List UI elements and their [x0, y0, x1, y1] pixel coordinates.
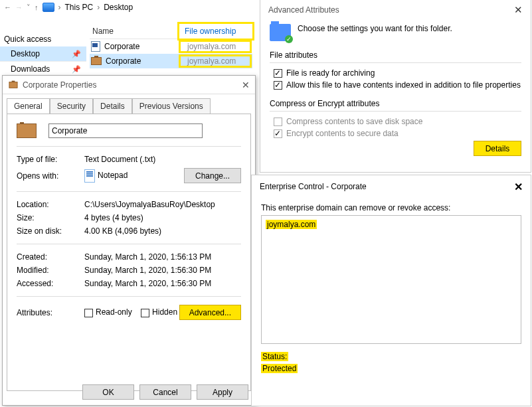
type-value: Text Document (.txt) — [84, 155, 241, 164]
sidebar-item-desktop[interactable]: Desktop 📌 — [0, 46, 86, 61]
indexing-label: Allow this file to have contents indexed… — [286, 80, 521, 90]
file-name: Corporate — [104, 42, 139, 51]
readonly-checkbox[interactable] — [84, 309, 93, 317]
ok-button[interactable]: OK — [82, 384, 134, 400]
notepad-icon — [84, 169, 95, 183]
created-label: Created: — [17, 252, 84, 262]
enterprise-message: This enterprise domain can remove or rev… — [261, 203, 521, 212]
word-document-icon — [91, 41, 100, 52]
file-attributes-group: File attributes — [270, 50, 521, 60]
file-list: Name File ownership Corporate joymalya.c… — [90, 24, 252, 68]
close-icon[interactable]: ✕ — [514, 4, 523, 16]
dialog-title: Advanced Attributes — [268, 5, 339, 15]
file-name: Corporate — [106, 56, 141, 66]
size-on-disk-label: Size on disk: — [17, 226, 84, 236]
compress-label: Compress contents to save disk space — [286, 117, 422, 126]
size-label: Size: — [17, 213, 84, 222]
enterprise-domain: joymalya.com — [266, 220, 317, 229]
file-row[interactable]: Corporate joymalya.com — [90, 39, 252, 54]
properties-titlebar[interactable]: Corporate Properties ✕ — [3, 76, 255, 94]
status-label: Status: — [261, 352, 288, 361]
sidebar-item-label: Desktop — [11, 49, 40, 58]
dialog-title: Enterprise Control - Corporate — [260, 182, 367, 191]
attributes-label: Attributes: — [17, 308, 84, 317]
type-label: Type of file: — [17, 155, 84, 164]
filename-input[interactable] — [48, 123, 203, 138]
attributes-value: Read-only Hidden — [84, 307, 179, 317]
briefcase-icon — [17, 123, 37, 138]
pin-icon: 📌 — [72, 65, 81, 74]
properties-dialog: Corporate Properties ✕ General Security … — [2, 75, 256, 406]
this-pc-icon — [43, 3, 54, 12]
dialog-title: Corporate Properties — [23, 80, 96, 90]
details-button[interactable]: Details — [474, 141, 521, 156]
close-icon[interactable]: ✕ — [242, 80, 250, 90]
quick-access-header[interactable]: Quick access — [0, 32, 86, 46]
size-value: 4 bytes (4 bytes) — [84, 213, 241, 222]
archiving-label: File is ready for archiving — [286, 68, 375, 78]
archiving-checkbox[interactable] — [274, 69, 282, 78]
close-icon[interactable]: ✕ — [514, 181, 523, 193]
file-ownership: joymalya.com — [181, 42, 250, 51]
file-row[interactable]: Corporate joymalya.com — [90, 54, 252, 68]
tab-general[interactable]: General — [7, 98, 50, 114]
tab-details[interactable]: Details — [93, 98, 132, 114]
hidden-checkbox[interactable] — [141, 309, 149, 317]
forward-icon[interactable]: → — [15, 3, 23, 11]
compress-checkbox — [274, 118, 282, 126]
cancel-button[interactable]: Cancel — [139, 384, 191, 400]
up-icon[interactable]: ↑ — [35, 3, 39, 11]
recent-dropdown-icon[interactable]: ˅ — [27, 3, 31, 12]
dialog-buttons: OK Cancel Apply — [82, 384, 248, 400]
sidebar-item-label: Downloads — [11, 64, 50, 74]
accessed-value: Sunday, March 1, 2020, 1:56:30 PM — [84, 279, 241, 288]
enterprise-domain-list[interactable]: joymalya.com — [261, 215, 521, 344]
column-name[interactable]: Name — [90, 24, 179, 39]
tab-security[interactable]: Security — [50, 98, 93, 114]
modified-value: Sunday, March 1, 2020, 1:56:30 PM — [84, 266, 241, 275]
change-button[interactable]: Change... — [184, 168, 241, 183]
sidebar: Quick access Desktop 📌 Downloads 📌 — [0, 32, 86, 76]
briefcase-icon — [91, 57, 102, 65]
breadcrumb: ← → ˅ ↑ › This PC › Desktop — [0, 3, 133, 12]
modified-label: Modified: — [17, 266, 84, 275]
breadcrumb-folder[interactable]: Desktop — [104, 3, 133, 12]
column-headers: Name File ownership — [90, 24, 252, 39]
advanced-button[interactable]: Advanced... — [179, 305, 241, 320]
advanced-titlebar[interactable]: Advanced Attributes ✕ — [260, 0, 531, 20]
status-value: Protected — [261, 364, 298, 373]
advanced-prompt: Choose the settings you want for this fo… — [298, 24, 452, 33]
file-ownership: joymalya.com — [181, 56, 250, 66]
tabs: General Security Details Previous Versio… — [3, 94, 255, 114]
enterprise-titlebar[interactable]: Enterprise Control - Corporate ✕ — [252, 175, 531, 198]
encrypt-checkbox — [274, 129, 282, 138]
enterprise-control-dialog: Enterprise Control - Corporate ✕ This en… — [251, 175, 531, 406]
location-value: C:\Users\JoymalyaBasuRoy\Desktop — [84, 200, 241, 209]
tab-body: Type of file:Text Document (.txt) Opens … — [7, 114, 251, 391]
size-on-disk-value: 4.00 KB (4,096 bytes) — [84, 226, 241, 236]
tab-previous-versions[interactable]: Previous Versions — [132, 98, 211, 114]
location-label: Location: — [17, 200, 84, 209]
chevron-right-icon: › — [58, 3, 61, 12]
sidebar-item-downloads[interactable]: Downloads 📌 — [0, 61, 86, 76]
folder-settings-icon — [270, 24, 291, 41]
apply-button[interactable]: Apply — [197, 384, 248, 400]
briefcase-icon — [9, 82, 18, 88]
chevron-right-icon: › — [97, 3, 100, 12]
column-file-ownership[interactable]: File ownership — [179, 24, 252, 39]
accessed-label: Accessed: — [17, 279, 84, 288]
opens-with-value: Notepad — [84, 169, 184, 183]
opens-with-label: Opens with: — [17, 171, 84, 181]
compress-encrypt-group: Compress or Encrypt attributes — [270, 99, 521, 108]
pin-icon: 📌 — [72, 50, 81, 58]
created-value: Sunday, March 1, 2020, 1:56:13 PM — [84, 252, 241, 262]
indexing-checkbox[interactable] — [274, 81, 282, 90]
breadcrumb-pc[interactable]: This PC — [65, 3, 94, 12]
encrypt-label: Encrypt contents to secure data — [286, 129, 399, 138]
advanced-attributes-dialog: Advanced Attributes ✕ Choose the setting… — [260, 0, 531, 173]
back-icon[interactable]: ← — [4, 3, 11, 11]
